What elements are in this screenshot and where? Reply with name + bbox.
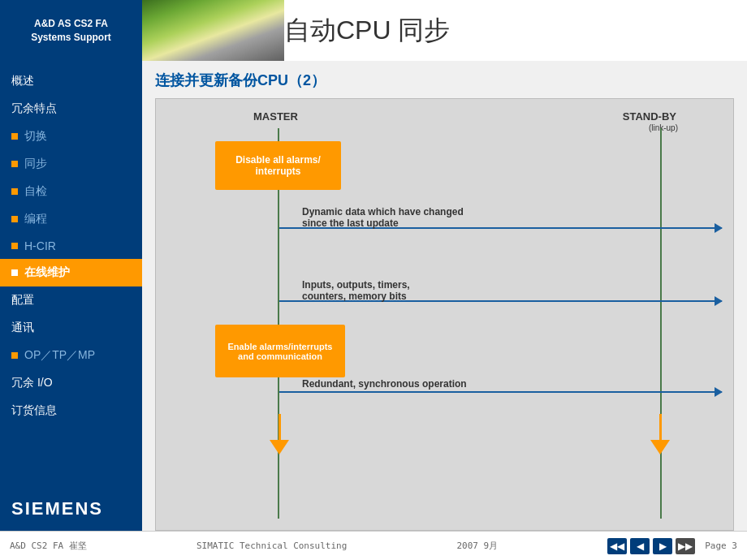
footer: A&D CS2 FA 崔坚 SIMATIC Technical Consulti…: [0, 531, 747, 560]
sidebar-label: 同步: [24, 157, 47, 171]
bullet-icon: [11, 133, 18, 140]
siemens-logo: SIEMENS: [0, 490, 142, 531]
header: A&D AS CS2 FA Systems Support 自动CPU 同步: [0, 0, 747, 61]
sidebar-item-订货信息[interactable]: 订货信息: [0, 397, 142, 424]
bullet-icon: [11, 352, 18, 359]
sidebar-label: 编程: [24, 212, 47, 226]
sidebar-label: 在线维护: [24, 265, 70, 280]
bullet-icon: [11, 216, 18, 222]
main-layout: (function() { const data = JSON.parse(do…: [0, 61, 747, 531]
footer-center: SIMATIC Technical Consulting: [196, 541, 347, 551]
sidebar-item-H-CIR[interactable]: H-CIR: [0, 233, 142, 259]
content-subtitle: 连接并更新备份CPU（2）: [155, 71, 734, 90]
sidebar-item-自检[interactable]: 自检: [0, 178, 142, 205]
sidebar-item-切换[interactable]: 切换: [0, 123, 142, 150]
sidebar-item-冗余IO[interactable]: 冗余 I/O: [0, 369, 142, 397]
footer-page: Page 3: [705, 541, 737, 551]
sidebar-item-通讯[interactable]: 通讯: [0, 314, 142, 342]
arrow-redundant: [279, 391, 722, 393]
sidebar-item-编程[interactable]: 编程: [0, 205, 142, 233]
sidebar-item-概述[interactable]: 概述: [0, 67, 142, 95]
bullet-icon: [11, 188, 18, 195]
arrow2-text: Inputs, outputs, timers, counters, memor…: [302, 279, 410, 302]
nav-first-button[interactable]: ◀◀: [607, 538, 627, 554]
master-down-arrow: [270, 414, 289, 454]
sidebar-item-在线维护[interactable]: 在线维护: [0, 259, 142, 286]
sidebar-label: 概述: [11, 74, 34, 88]
standby-vline: [660, 128, 662, 519]
header-title-area: 自动CPU 同步: [284, 0, 747, 61]
page-title: 自动CPU 同步: [284, 13, 450, 49]
sidebar: (function() { const data = JSON.parse(do…: [0, 61, 142, 531]
standby-sub-label: (link-up): [649, 123, 678, 132]
sidebar-label: 冗余特点: [11, 101, 57, 116]
footer-right: ◀◀ ◀ ▶ ▶▶ Page 3: [607, 538, 737, 554]
sidebar-label: H-CIR: [24, 239, 56, 252]
logo-area: A&D AS CS2 FA Systems Support: [0, 0, 142, 61]
logo-text: A&D AS CS2 FA Systems Support: [31, 17, 111, 45]
bullet-icon: [11, 243, 18, 249]
master-label: MASTER: [253, 110, 298, 123]
standby-label: STAND-BY: [623, 110, 676, 123]
nav-last-button[interactable]: ▶▶: [676, 538, 695, 554]
arrow3-text: Redundant, synchronous operation: [302, 378, 467, 390]
sidebar-item-冗余特点[interactable]: 冗余特点: [0, 95, 142, 123]
sidebar-label: 切换: [24, 129, 47, 144]
sidebar-item-同步[interactable]: 同步: [0, 150, 142, 178]
footer-left: A&D CS2 FA 崔坚: [10, 540, 87, 552]
sidebar-label: OP／TP／MP: [24, 348, 95, 363]
sidebar-item-OP/TP/MP[interactable]: OP／TP／MP: [0, 342, 142, 369]
sidebar-item-配置[interactable]: 配置: [0, 286, 142, 314]
disable-alarms-box: Disable all alarms/ interrupts: [215, 141, 341, 190]
arrow1-text: Dynamic data which have changed since th…: [302, 206, 464, 229]
standby-down-arrow: [650, 414, 670, 454]
bullet-icon: [11, 269, 18, 276]
enable-alarms-box: Enable alarms/interrupts and communicati…: [215, 325, 345, 377]
sidebar-label: 自检: [24, 184, 47, 199]
sidebar-label: 配置: [11, 293, 34, 308]
sidebar-label: 订货信息: [11, 403, 57, 418]
sidebar-label: 通讯: [11, 321, 34, 335]
footer-nav: ◀◀ ◀ ▶ ▶▶: [607, 538, 695, 554]
nav-next-button[interactable]: ▶: [653, 538, 672, 554]
content-area: 连接并更新备份CPU（2） MASTER STAND-BY (link-up) …: [142, 61, 747, 531]
sidebar-label: 冗余 I/O: [11, 376, 53, 390]
nav-prev-button[interactable]: ◀: [630, 538, 650, 554]
bullet-icon: [11, 161, 18, 167]
footer-date: 2007 9月: [456, 540, 498, 552]
header-image: [142, 0, 284, 61]
diagram-area: MASTER STAND-BY (link-up) Disable all al…: [155, 98, 734, 531]
